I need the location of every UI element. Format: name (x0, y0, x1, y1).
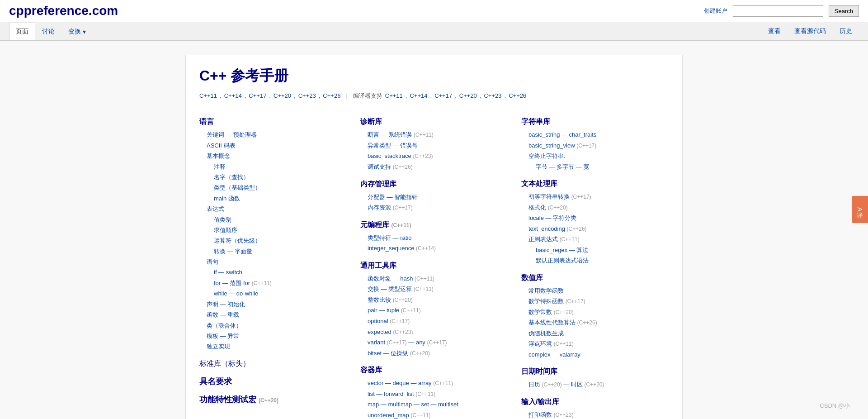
compiler-cpp11[interactable]: C++11 (385, 90, 403, 101)
compiler-cpp17[interactable]: C++17 (434, 90, 452, 101)
link-expected[interactable]: expected (C++23) (360, 327, 508, 338)
link-classes[interactable]: 类（联合体） (199, 320, 347, 331)
link-debug-support[interactable]: 调试支持 (C++26) (360, 162, 508, 172)
link-assertions[interactable]: 断言 — 系统错误 (C++11) (360, 129, 508, 140)
heading-metaprogramming: 元编程库 (C++11) (360, 220, 508, 230)
heading-io: 输入/输出库 (521, 397, 669, 407)
link-print[interactable]: 打印函数 (C++23) (521, 409, 669, 419)
link-statements[interactable]: 语句 (199, 257, 347, 267)
link-basic-string[interactable]: basic_string — char_traits (521, 129, 669, 140)
column-diagnostics: 诊断库 断言 — 系统错误 (C++11) 异常类型 — 错误号 basic_s… (360, 110, 508, 419)
link-main[interactable]: main 函数 (199, 193, 347, 204)
link-type-traits[interactable]: 类型特征 — ratio (360, 233, 508, 243)
link-basic-regex[interactable]: basic_regex — 算法 (521, 245, 669, 255)
link-text-encoding[interactable]: text_encoding (C++26) (521, 224, 669, 234)
link-list[interactable]: list — forward_list (C++11) (360, 389, 508, 400)
link-unordered-map[interactable]: unordered_map (C++11) (360, 410, 508, 419)
link-declarations[interactable]: 声明 — 初始化 (199, 299, 347, 309)
link-optional[interactable]: optional (C++17) (360, 316, 508, 327)
link-functions[interactable]: 函数 — 重载 (199, 309, 347, 320)
heading-datetime: 日期时间库 (521, 367, 669, 376)
watermark: CSDN @小 (820, 402, 850, 410)
link-locale[interactable]: locale — 字符分类 (521, 213, 669, 223)
link-function-objects[interactable]: 函数对象 — hash (C++11) (360, 273, 508, 284)
link-bitset[interactable]: bitset — 位操纵 (C++20) (360, 348, 508, 359)
nav-tab-discuss[interactable]: 讨论 (35, 23, 61, 40)
link-map-set[interactable]: map — multimap — set — multiset (360, 399, 508, 409)
translate-button[interactable]: 译A (852, 196, 868, 223)
link-operators[interactable]: 运算符（优先级） (199, 235, 347, 246)
link-integer-sequence[interactable]: integer_sequence (C++14) (360, 243, 508, 254)
compiler-cpp23[interactable]: C++23 (484, 90, 501, 101)
heading-named-requirements: 具名要求 (199, 376, 347, 387)
top-bar: cppreference.com 创建账户 Search (0, 0, 868, 22)
link-integer-cmp[interactable]: 整数比较 (C++20) (360, 295, 508, 305)
link-expressions[interactable]: 表达式 (199, 204, 347, 214)
link-linalg[interactable]: 基本线性代数算法 (C++26) (521, 317, 669, 328)
nav-tab-transform[interactable]: 变换 ▾ (61, 23, 93, 40)
link-format[interactable]: 格式化 (C++20) (521, 202, 669, 213)
search-input[interactable] (733, 5, 823, 17)
link-byte-multibyte[interactable]: 字节 — 多字节 — 宽 (521, 162, 669, 172)
version-link-cpp14[interactable]: C++14 (224, 90, 242, 101)
link-fenv[interactable]: 浮点环境 (C++11) (521, 338, 669, 349)
nav-action-history[interactable]: 历史 (833, 22, 859, 40)
version-link-cpp17[interactable]: C++17 (249, 90, 266, 101)
link-calendar-timezone[interactable]: 日历 (C++20) — 时区 (C++20) (521, 379, 669, 390)
link-exception-types[interactable]: 异常类型 — 错误号 (360, 140, 508, 151)
link-keywords[interactable]: 关键词 — 预处理器 (199, 129, 347, 140)
link-special-funcs[interactable]: 数学特殊函数 (C++17) (521, 296, 669, 307)
heading-stdlib: 标准库（标头） (199, 359, 347, 369)
link-swap[interactable]: 交换 — 类型运算 (C++11) (360, 284, 508, 295)
link-memory-resources[interactable]: 内存资源 (C++17) (360, 202, 508, 213)
link-math-constants[interactable]: 数学常数 (C++20) (521, 307, 669, 318)
nav-action-source[interactable]: 查看源代码 (788, 22, 833, 40)
search-button[interactable]: Search (829, 5, 859, 17)
link-if-switch[interactable]: if — switch (199, 267, 347, 277)
link-regex-default-grammar[interactable]: 默认正则表达式语法 (521, 255, 669, 266)
heading-memory: 内存管理库 (360, 180, 508, 189)
link-for[interactable]: for — 范围 for (C++11) (199, 278, 347, 289)
nav-tab-page[interactable]: 页面 (9, 23, 35, 40)
heading-text-processing: 文本处理库 (521, 179, 669, 189)
version-link-cpp23[interactable]: C++23 (298, 90, 316, 101)
link-ascii[interactable]: ASCII 码表 (199, 140, 347, 151)
version-link-cpp11[interactable]: C++11 (199, 90, 217, 101)
link-types[interactable]: 类型（基础类型） (199, 182, 347, 193)
create-account-link[interactable]: 创建账户 (704, 7, 727, 15)
nav-action-view[interactable]: 查看 (761, 22, 788, 40)
nav-left: 页面 讨论 变换 ▾ (9, 23, 93, 40)
link-charconv[interactable]: 初等字符串转换 (C++17) (521, 191, 669, 202)
link-stacktrace[interactable]: basic_stacktrace (C++23) (360, 151, 508, 162)
link-random[interactable]: 伪随机数生成 (521, 328, 669, 338)
link-string-view[interactable]: basic_string_view (C++17) (521, 140, 669, 151)
version-links: C++11, C++14, C++17, C++20, C++23, C++26… (199, 90, 669, 101)
link-vector-deque[interactable]: vector — deque — array (C++11) (360, 378, 508, 389)
link-value-categories[interactable]: 值类别 (199, 214, 347, 225)
link-complex-valarray[interactable]: complex — valarray (521, 349, 669, 360)
link-comments[interactable]: 注释 (199, 162, 347, 172)
link-freestanding[interactable]: 独立实现 (199, 341, 347, 352)
compiler-cpp14[interactable]: C++14 (410, 90, 427, 101)
heading-language: 语言 (199, 117, 347, 127)
link-names[interactable]: 名字（查找） (199, 172, 347, 182)
link-conversion[interactable]: 转换 — 字面量 (199, 246, 347, 257)
link-regex[interactable]: 正则表达式 (C++11) (521, 234, 669, 245)
link-eval-order[interactable]: 求值顺序 (199, 225, 347, 235)
site-title: cppreference.com (9, 4, 118, 18)
link-allocators[interactable]: 分配器 — 智能指针 (360, 192, 508, 202)
version-link-cpp26[interactable]: C++26 (323, 90, 340, 101)
heading-diagnostics: 诊断库 (360, 117, 508, 127)
text-null-terminated: 空终止字符串: (521, 151, 669, 161)
link-templates[interactable]: 模板 — 异常 (199, 331, 347, 341)
compiler-cpp26[interactable]: C++26 (509, 90, 526, 101)
link-math-funcs[interactable]: 常用数学函数 (521, 286, 669, 296)
heading-utilities: 通用工具库 (360, 261, 508, 271)
link-variant-any[interactable]: variant (C++17) — any (C++17) (360, 337, 508, 348)
link-pair-tuple[interactable]: pair — tuple (C++11) (360, 305, 508, 316)
link-while[interactable]: while — do-while (199, 288, 347, 299)
link-basic-concepts[interactable]: 基本概念 (199, 151, 347, 161)
heading-feature-test: 功能特性测试宏 (C++20) (199, 394, 347, 405)
compiler-cpp20[interactable]: C++20 (459, 90, 477, 101)
version-link-cpp20[interactable]: C++20 (274, 90, 291, 101)
